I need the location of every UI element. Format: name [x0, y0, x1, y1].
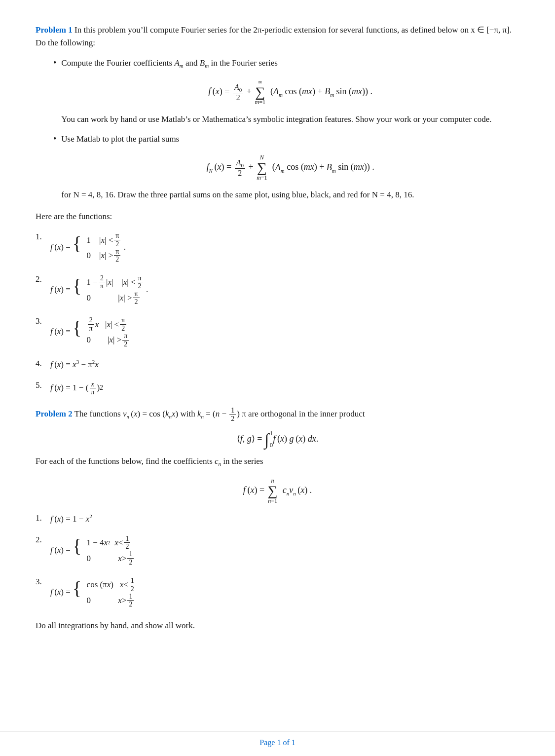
- page: Problem 1 In this problem you’ll compute…: [0, 0, 555, 756]
- function2-item: 2. f (x) = { 1 − 2π|x| |x| < π2 0 |x| > …: [36, 274, 519, 306]
- inner-product-formula: ⟨f, g⟩ = ∫ 0 1 f (x) g (x) dx.: [36, 431, 519, 448]
- function5-item: 5. f (x) = 1 − (xπ)2: [36, 380, 519, 396]
- bullet2-text: Use Matlab to plot the partial sums: [61, 133, 519, 146]
- problem1-block: Problem 1 In this problem you’ll compute…: [36, 24, 519, 50]
- for-n-text: for N = 4, 8, 16. Draw the three partial…: [61, 189, 519, 201]
- func1-piecewise: 1 |x| < π2 0 |x| > π2: [87, 232, 122, 264]
- functions-list: 1. f (x) = { 1 |x| < π2 0 |x| > π2 . 2. …: [36, 232, 519, 396]
- p2-func1-item: 1. f (x) = 1 − x2: [36, 513, 519, 524]
- page-footer: Page 1 of 1: [0, 731, 555, 756]
- func4-num: 4.: [36, 359, 50, 369]
- bullet1-text: Compute the Fourier coefficients Am and …: [61, 57, 519, 70]
- problem2-block: Problem 2 The functions vn (x) = cos (kn…: [36, 407, 519, 632]
- do-all-text: Do all integrations by hand, and show al…: [36, 619, 519, 632]
- function3-item: 3. f (x) = { 2πx |x| < π2 0 |x| > π2: [36, 316, 519, 348]
- problem1-label: Problem 1: [36, 25, 73, 35]
- p2-func2-item: 2. f (x) = { 1 − 4x2 x < 12 0 x > 12: [36, 535, 519, 567]
- for-each-text: For each of the functions below, find th…: [36, 455, 519, 468]
- p2-func1-def: f (x) = 1 − x2: [50, 513, 92, 524]
- func1-def: f (x) = { 1 |x| < π2 0 |x| > π2 .: [50, 232, 126, 264]
- fourier-series-formula: f (x) = A0 2 + ∞ ∑ m=1 (Am cos (mx) + Bm…: [61, 79, 519, 106]
- footer-label: Page 1 of 1: [259, 738, 295, 747]
- bullet1-marker: •: [53, 58, 56, 68]
- series-formula: f (x) = n ∑ n=1 cnvn (x) .: [36, 478, 519, 504]
- func2-def: f (x) = { 1 − 2π|x| |x| < π2 0 |x| > π2 …: [50, 274, 148, 306]
- problem2-functions: 1. f (x) = 1 − x2 2. f (x) = { 1 − 4x2 x…: [36, 513, 519, 608]
- p2-func2-def: f (x) = { 1 − 4x2 x < 12 0 x > 12: [50, 535, 135, 567]
- bullet1-item: • Compute the Fourier coefficients Am an…: [53, 57, 519, 126]
- p2-func2-num: 2.: [36, 535, 50, 545]
- partial-sum-formula: fN (x) = A0 2 + N ∑ m=1 (Am cos (mx) + B…: [61, 154, 519, 181]
- function1-item: 1. f (x) = { 1 |x| < π2 0 |x| > π2 .: [36, 232, 519, 264]
- p2-func1-num: 1.: [36, 513, 50, 523]
- func3-piecewise: 2πx |x| < π2 0 |x| > π2: [87, 316, 130, 348]
- func3-num: 3.: [36, 316, 50, 326]
- func3-def: f (x) = { 2πx |x| < π2 0 |x| > π2: [50, 316, 130, 348]
- here-are-functions: Here are the functions:: [36, 210, 519, 223]
- bullet2-marker: •: [53, 134, 56, 144]
- bullet1-note: You can work by hand or use Matlab’s or …: [61, 113, 519, 126]
- p2-func3-num: 3.: [36, 577, 50, 587]
- p2-func3-def: f (x) = { cos (πx) x < 12 0 x > 12: [50, 577, 137, 608]
- problem2-text: Problem 2 The functions vn (x) = cos (kn…: [36, 407, 519, 422]
- problem2-label: Problem 2: [36, 409, 73, 418]
- func1-num: 1.: [36, 232, 50, 242]
- func5-def: f (x) = 1 − (xπ)2: [50, 380, 103, 396]
- func2-piecewise: 1 − 2π|x| |x| < π2 0 |x| > π2: [87, 274, 144, 306]
- problem1-intro: In this problem you’ll compute Fourier s…: [36, 25, 512, 47]
- problem1-text: Problem 1 In this problem you’ll compute…: [36, 24, 519, 50]
- function4-item: 4. f (x) = x3 − π2x: [36, 359, 519, 370]
- func5-num: 5.: [36, 380, 50, 390]
- func2-num: 2.: [36, 274, 50, 284]
- bullet2-item: • Use Matlab to plot the partial sums fN…: [53, 133, 519, 201]
- p2-func3-item: 3. f (x) = { cos (πx) x < 12 0 x > 12: [36, 577, 519, 608]
- p2-func2-piecewise: 1 − 4x2 x < 12 0 x > 12: [87, 535, 135, 567]
- bullet1-content: Compute the Fourier coefficients Am and …: [61, 57, 519, 126]
- func4-def: f (x) = x3 − π2x: [50, 359, 99, 370]
- bullet2-content: Use Matlab to plot the partial sums fN (…: [61, 133, 519, 201]
- p2-func3-piecewise: cos (πx) x < 12 0 x > 12: [87, 577, 137, 608]
